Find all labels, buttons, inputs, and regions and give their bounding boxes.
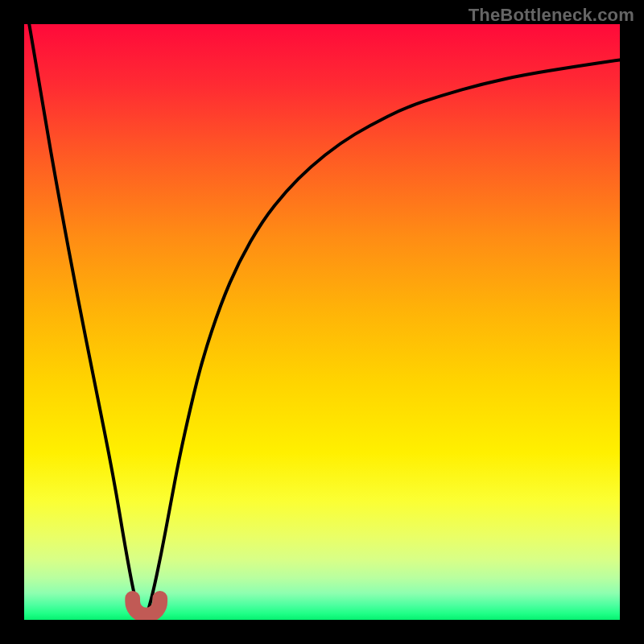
curve-layer: [24, 24, 620, 620]
bottleneck-curve: [24, 24, 620, 617]
optimum-marker: [133, 598, 160, 615]
watermark-text: TheBottleneck.com: [469, 5, 634, 26]
plot-area: [24, 24, 620, 620]
chart-frame: TheBottleneck.com: [0, 0, 644, 644]
